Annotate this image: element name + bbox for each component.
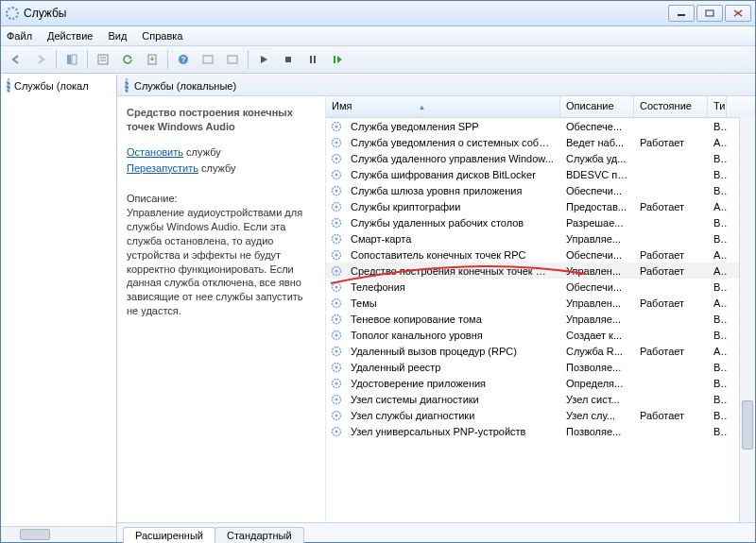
cell-state: Работает <box>634 265 708 277</box>
gear-icon <box>7 80 10 92</box>
restart-link[interactable]: Перезапустить <box>127 162 198 174</box>
cell-type: Вр <box>708 314 727 325</box>
tab-standard[interactable]: Стандартный <box>215 527 304 543</box>
nav-root[interactable]: Службы (локал <box>1 75 116 97</box>
separator <box>248 50 249 69</box>
stop-link[interactable]: Остановить <box>127 146 183 158</box>
help-button[interactable]: ? <box>172 48 195 71</box>
cell-desc: Узел слу... <box>560 410 634 421</box>
svg-rect-15 <box>310 56 312 63</box>
table-row[interactable]: Служба удаленного управления Window...Сл… <box>326 150 755 166</box>
pause-button[interactable] <box>301 48 324 71</box>
table-row[interactable]: Служба шлюза уровня приложенияОбеспечи..… <box>326 182 755 198</box>
cell-desc: Управлен... <box>560 297 634 309</box>
cell-type: Вр <box>708 410 727 421</box>
gear-icon <box>330 184 343 197</box>
menu-file[interactable]: Файл <box>7 30 32 42</box>
stop-button[interactable] <box>277 48 300 71</box>
gear-icon <box>330 377 343 390</box>
svg-point-21 <box>335 141 338 144</box>
gear-icon <box>330 216 343 229</box>
table-row[interactable]: Узел системы диагностикиУзел сист...Вр <box>326 391 755 407</box>
separator <box>56 50 57 69</box>
table-row[interactable]: Тополог канального уровняСоздает к...Вр <box>326 327 755 343</box>
table-row[interactable]: Удостоверение приложенияОпределя...Вр <box>326 375 755 391</box>
menu-view[interactable]: Вид <box>108 30 127 42</box>
table-row[interactable]: Смарт-картаУправляе...Вр <box>326 230 755 246</box>
table-row[interactable]: Узел службы диагностикиУзел слу...Работа… <box>326 407 755 423</box>
table-row[interactable]: Средство построения конечных точек Wi...… <box>326 263 755 279</box>
nav-label: Службы (локал <box>14 80 89 92</box>
table-row[interactable]: Узел универсальных PNP-устройствПозволяе… <box>326 423 755 439</box>
menu-action[interactable]: Действие <box>47 30 93 42</box>
menu-help[interactable]: Справка <box>142 30 182 42</box>
tab-extended[interactable]: Расширенный <box>123 527 215 543</box>
table-row[interactable]: Служба шифрования дисков BitLockerBDESVC… <box>326 166 755 182</box>
col-desc[interactable]: Описание <box>560 96 634 117</box>
table-row[interactable]: Сопоставитель конечных точек RPCОбеспечи… <box>326 246 755 263</box>
maximize-button[interactable] <box>696 5 723 22</box>
toolbar-icon[interactable] <box>221 48 244 71</box>
refresh-button[interactable] <box>116 48 139 71</box>
svg-rect-1 <box>706 10 713 16</box>
table-row[interactable]: ТемыУправлен...РаботаетАв <box>326 295 755 311</box>
show-hide-tree-button[interactable] <box>60 48 83 71</box>
titlebar[interactable]: Службы <box>1 1 755 26</box>
gear-icon <box>330 425 343 438</box>
gear-icon <box>330 393 343 406</box>
table-row[interactable]: Службы криптографииПредостав...РаботаетА… <box>326 198 755 214</box>
table-row[interactable]: Удаленный вызов процедур (RPC)Служба R..… <box>326 343 755 359</box>
toolbar-icon[interactable] <box>197 48 219 71</box>
close-button[interactable] <box>725 5 751 22</box>
cell-type: Вр <box>708 281 727 293</box>
vscrollbar[interactable] <box>739 117 755 522</box>
cell-name: Служба шлюза уровня приложения <box>345 185 560 196</box>
restart-button[interactable] <box>326 48 349 71</box>
cell-name: Удаленный реестр <box>345 362 560 373</box>
table-row[interactable]: Службы удаленных рабочих столовРазрешае.… <box>326 214 755 230</box>
menubar: Файл Действие Вид Справка <box>1 26 755 46</box>
gear-icon <box>330 120 343 133</box>
cell-desc: BDESVC пр... <box>560 169 634 180</box>
cell-desc: Разрешае... <box>560 217 634 229</box>
properties-button[interactable] <box>92 48 114 71</box>
svg-rect-12 <box>203 56 213 63</box>
minimize-button[interactable] <box>668 5 695 22</box>
start-button[interactable] <box>252 48 275 71</box>
gear-icon <box>330 313 343 326</box>
cell-desc: Управляе... <box>560 233 634 245</box>
cell-desc: Определя... <box>560 378 634 389</box>
cell-name: Темы <box>345 297 560 309</box>
cell-type: Вр <box>708 426 727 437</box>
svg-point-33 <box>335 237 338 240</box>
table-row[interactable]: Служба уведомления SPPОбеспече...Вр <box>326 118 755 134</box>
forward-button[interactable] <box>29 48 52 71</box>
cell-desc: Управлен... <box>560 265 634 277</box>
nav-hscrollbar[interactable] <box>1 526 116 542</box>
restart-link-row: Перезапустить службу <box>127 161 316 176</box>
table-row[interactable]: Служба уведомления о системных собы...Ве… <box>326 134 755 150</box>
cell-type: Вр <box>708 362 727 373</box>
table-row[interactable]: Теневое копирование томаУправляе...Вр <box>326 311 755 327</box>
gear-icon <box>330 248 343 262</box>
cell-name: Сопоставитель конечных точек RPC <box>345 249 560 261</box>
col-type[interactable]: Ти <box>708 96 727 117</box>
cell-state: Работает <box>634 297 708 309</box>
table-row[interactable]: ТелефонияОбеспечи...Вр <box>326 279 755 295</box>
nav-pane: Службы (локал <box>1 75 117 542</box>
svg-point-39 <box>335 285 338 288</box>
cell-name: Тополог канального уровня <box>345 330 560 341</box>
cell-name: Узел службы диагностики <box>345 410 560 421</box>
svg-point-19 <box>335 125 338 127</box>
cell-type: Ав <box>708 137 727 148</box>
back-button[interactable] <box>5 48 27 71</box>
cell-type: Вр <box>708 185 727 196</box>
table-row[interactable]: Удаленный реестрПозволяе...Вр <box>326 359 755 375</box>
services-window: Службы Файл Действие Вид Справка ? <box>0 0 756 543</box>
cell-state: Работает <box>634 201 708 212</box>
col-name[interactable]: Имя▲ <box>326 96 560 117</box>
cell-state: Работает <box>634 137 708 148</box>
col-state[interactable]: Состояние <box>634 96 708 117</box>
cell-type: Ав <box>708 265 727 277</box>
export-button[interactable] <box>141 48 163 71</box>
